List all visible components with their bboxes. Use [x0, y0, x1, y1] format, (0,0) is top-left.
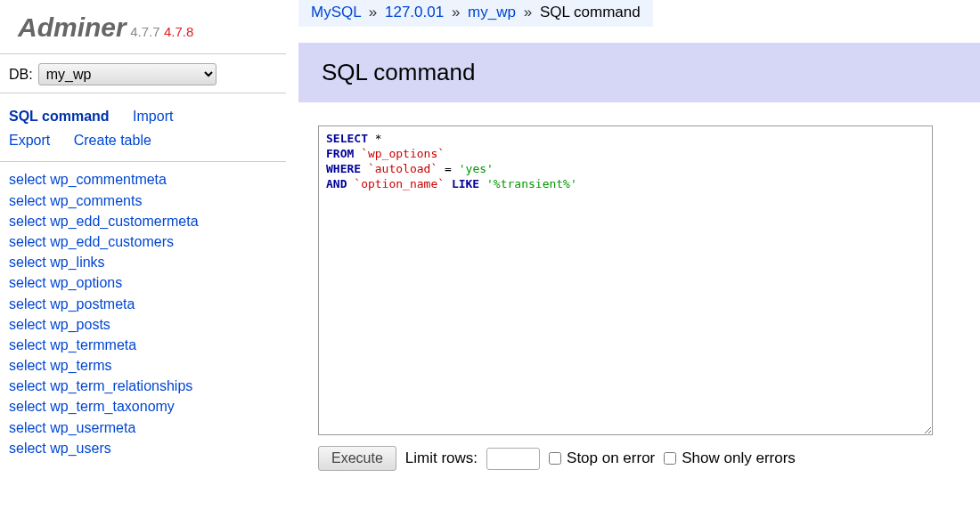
export-link[interactable]: Export — [9, 133, 50, 148]
show-only-errors-text: Show only errors — [682, 449, 796, 467]
app-version: 4.7.7 — [130, 24, 159, 39]
breadcrumb-sep: » — [524, 4, 532, 20]
limit-rows-input[interactable] — [486, 448, 540, 470]
table-link[interactable]: select wp_term_relationships — [9, 376, 286, 396]
breadcrumb-db[interactable]: my_wp — [468, 4, 516, 20]
table-link[interactable]: select wp_users — [9, 438, 286, 458]
limit-rows-label: Limit rows: — [405, 449, 478, 467]
table-link[interactable]: select wp_links — [9, 252, 286, 272]
page-title: SQL command — [322, 59, 957, 86]
stop-on-error-text: Stop on error — [567, 449, 655, 467]
breadcrumb-sep: » — [452, 4, 460, 20]
sql-command-link[interactable]: SQL command — [9, 109, 110, 124]
show-only-errors-checkbox[interactable] — [664, 452, 676, 465]
table-link[interactable]: select wp_edd_customers — [9, 231, 286, 252]
table-link[interactable]: select wp_postmeta — [9, 294, 286, 314]
execute-button[interactable]: Execute — [318, 446, 396, 471]
import-link[interactable]: Import — [133, 109, 173, 124]
table-link[interactable]: select wp_terms — [9, 355, 286, 376]
breadcrumb-current: SQL command — [540, 4, 641, 20]
app-title: Adminer — [18, 12, 127, 42]
table-link[interactable]: select wp_usermeta — [9, 417, 286, 438]
table-link[interactable]: select wp_comments — [9, 190, 286, 211]
stop-on-error-label[interactable]: Stop on error — [549, 449, 655, 467]
db-label: DB: — [9, 67, 33, 83]
table-link[interactable]: select wp_commentmeta — [9, 169, 286, 190]
show-only-errors-label[interactable]: Show only errors — [664, 449, 796, 467]
page-title-bar: SQL command — [298, 43, 980, 102]
table-link[interactable]: select wp_posts — [9, 314, 286, 335]
stop-on-error-checkbox[interactable] — [549, 452, 561, 465]
table-link[interactable]: select wp_term_taxonomy — [9, 396, 286, 417]
app-header: Adminer 4.7.7 4.7.8 — [0, 0, 286, 53]
table-list: select wp_commentmeta select wp_comments… — [0, 162, 286, 458]
breadcrumb-sep: » — [369, 4, 377, 20]
table-link[interactable]: select wp_edd_customermeta — [9, 211, 286, 231]
table-link[interactable]: select wp_options — [9, 272, 286, 293]
breadcrumb: MySQL » 127.0.01 » my_wp » SQL command — [298, 0, 653, 27]
app-new-version[interactable]: 4.7.8 — [164, 24, 193, 39]
breadcrumb-host[interactable]: 127.0.01 — [385, 4, 444, 20]
table-link[interactable]: select wp_termmeta — [9, 335, 286, 355]
create-table-link[interactable]: Create table — [74, 133, 151, 148]
breadcrumb-mysql[interactable]: MySQL — [311, 4, 361, 20]
sql-textarea[interactable]: SELECT * FROM `wp_options` WHERE `autolo… — [318, 125, 933, 435]
db-select[interactable]: my_wp — [38, 63, 216, 85]
sidebar-actions: SQL command Import Export Create table — [0, 93, 286, 161]
